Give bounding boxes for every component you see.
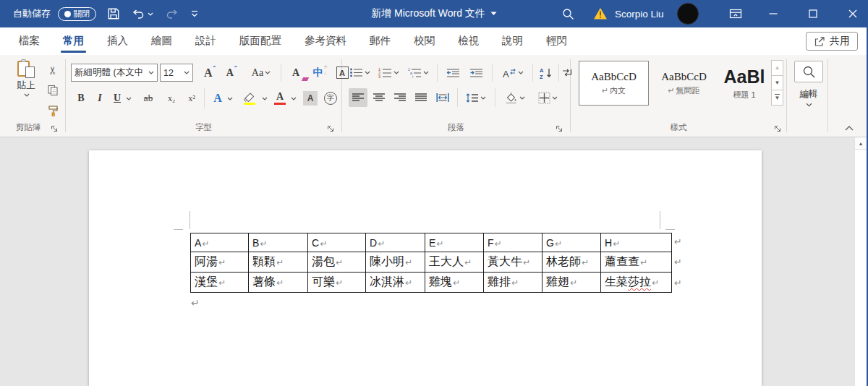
table-cell[interactable]: 生菜莎拉↵ bbox=[601, 273, 672, 293]
table-cell[interactable]: 蕭查查↵ bbox=[601, 252, 672, 273]
sort-button[interactable]: AZ bbox=[535, 64, 557, 82]
increase-indent-button[interactable] bbox=[466, 64, 486, 82]
styles-scroll-up-button[interactable]: ▲ bbox=[771, 60, 783, 76]
table-header-cell[interactable]: C↵ bbox=[308, 233, 366, 252]
undo-dropdown-icon[interactable] bbox=[148, 12, 153, 16]
paste-dropdown-icon[interactable] bbox=[24, 93, 30, 97]
table-cell[interactable]: 阿湯↵ bbox=[191, 252, 249, 273]
table-cell[interactable]: 湯包↵ bbox=[308, 252, 366, 273]
format-painter-button[interactable] bbox=[43, 101, 62, 120]
asian-layout-button[interactable]: A bbox=[498, 64, 528, 82]
title-dropdown-icon[interactable] bbox=[490, 12, 497, 16]
close-button[interactable] bbox=[841, 0, 865, 27]
table-header-cell[interactable]: H↵ bbox=[601, 233, 672, 252]
tab-home[interactable]: 常用 bbox=[51, 27, 95, 55]
table-cell[interactable]: 顆顆↵ bbox=[249, 252, 308, 273]
style-card-內文[interactable]: AaBbCcD↵內文 bbox=[579, 61, 649, 106]
tab-references[interactable]: 參考資料 bbox=[293, 27, 358, 55]
highlight-dropdown[interactable] bbox=[260, 88, 269, 108]
enclose-character-circle-button[interactable]: 字 bbox=[321, 88, 340, 108]
tab-mailings[interactable]: 郵件 bbox=[358, 27, 402, 55]
borders-button[interactable] bbox=[532, 88, 563, 107]
document-page[interactable]: A↵B↵C↵D↵E↵F↵G↵H↵阿湯↵顆顆↵湯包↵陳小明↵王大人↵黃大牛↵林老師… bbox=[89, 150, 762, 386]
tab-view[interactable]: 檢視 bbox=[446, 27, 490, 55]
undo-button[interactable] bbox=[132, 0, 153, 27]
underline-button[interactable]: U bbox=[109, 88, 125, 108]
numbering-button[interactable]: 123 bbox=[376, 64, 401, 82]
search-button[interactable] bbox=[556, 0, 580, 27]
scrollbar-up-button[interactable]: ▲ bbox=[855, 137, 867, 150]
font-size-combobox[interactable]: 12 bbox=[160, 64, 193, 82]
paragraph-dialog-launcher[interactable] bbox=[556, 125, 563, 132]
table-cell[interactable]: 林老師↵ bbox=[542, 252, 601, 273]
grow-font-button[interactable]: Aˆ bbox=[200, 64, 220, 82]
account-warning-icon[interactable] bbox=[593, 0, 608, 27]
table-header-cell[interactable]: B↵ bbox=[249, 233, 308, 252]
strikethrough-button[interactable]: ab bbox=[137, 88, 159, 108]
table-header-cell[interactable]: D↵ bbox=[366, 233, 425, 252]
doc-table[interactable]: A↵B↵C↵D↵E↵F↵G↵H↵阿湯↵顆顆↵湯包↵陳小明↵王大人↵黃大牛↵林老師… bbox=[190, 233, 672, 293]
style-card-標題 1[interactable]: AaBl標題 1 bbox=[719, 61, 770, 106]
subscript-button[interactable]: x₂ bbox=[162, 88, 181, 108]
tab-draw[interactable]: 繪圖 bbox=[140, 27, 184, 55]
table-cell[interactable]: 黃大牛↵ bbox=[484, 252, 542, 273]
font-dialog-launcher[interactable] bbox=[327, 125, 334, 132]
underline-dropdown[interactable] bbox=[124, 88, 133, 108]
tab-layout[interactable]: 版面配置 bbox=[228, 27, 293, 55]
save-button[interactable] bbox=[107, 0, 120, 27]
font-color-dropdown[interactable] bbox=[289, 88, 298, 108]
align-center-button[interactable] bbox=[370, 88, 388, 107]
collapse-ribbon-button[interactable] bbox=[845, 126, 854, 131]
table-cell[interactable]: 雞翅↵ bbox=[542, 273, 601, 293]
show-formatting-marks-button[interactable] bbox=[560, 64, 574, 82]
table-cell[interactable]: 陳小明↵ bbox=[366, 252, 425, 273]
tab-file[interactable]: 檔案 bbox=[7, 27, 51, 55]
vertical-scrollbar[interactable]: ▲ bbox=[854, 137, 867, 386]
table-header-cell[interactable]: F↵ bbox=[484, 233, 542, 252]
editing-find-button[interactable] bbox=[794, 61, 823, 82]
customize-quick-access-toolbar-button[interactable] bbox=[190, 0, 200, 27]
distribute-text-button[interactable] bbox=[433, 88, 453, 107]
justify-button[interactable] bbox=[412, 88, 430, 107]
table-header-cell[interactable]: A↵ bbox=[191, 233, 249, 252]
font-name-combobox[interactable]: 新細明體 (本文中 bbox=[71, 64, 158, 82]
clipboard-dialog-launcher[interactable] bbox=[51, 125, 58, 132]
share-button[interactable]: 共用 bbox=[806, 32, 858, 51]
table-cell[interactable]: 王大人↵ bbox=[425, 252, 484, 273]
copy-button[interactable] bbox=[43, 81, 62, 100]
align-right-button[interactable] bbox=[391, 88, 409, 107]
redo-button[interactable] bbox=[165, 0, 179, 27]
minimize-button[interactable] bbox=[761, 0, 786, 27]
change-case-button[interactable]: Aa bbox=[246, 64, 276, 82]
clear-formatting-button[interactable]: A bbox=[285, 64, 307, 82]
tab-lightpdf[interactable]: 輕閃 bbox=[535, 27, 579, 55]
maximize-button[interactable] bbox=[801, 0, 825, 27]
decrease-indent-button[interactable] bbox=[443, 64, 463, 82]
line-spacing-button[interactable] bbox=[461, 88, 490, 107]
styles-scroll-down-button[interactable]: ▼ bbox=[771, 75, 783, 91]
tab-design[interactable]: 設計 bbox=[184, 27, 228, 55]
tab-review[interactable]: 校閱 bbox=[402, 27, 446, 55]
table-cell[interactable]: 薯條↵ bbox=[249, 273, 308, 293]
editing-dropdown[interactable] bbox=[787, 103, 830, 107]
style-card-無間距[interactable]: AaBbCcD↵無間距 bbox=[652, 61, 716, 106]
styles-more-button[interactable]: ▼ bbox=[771, 90, 783, 106]
font-color-button[interactable]: A bbox=[271, 88, 289, 108]
bullets-button[interactable] bbox=[347, 64, 372, 82]
table-header-cell[interactable]: E↵ bbox=[425, 233, 484, 252]
text-effects-button[interactable]: A bbox=[208, 88, 227, 108]
tab-help[interactable]: 說明 bbox=[490, 27, 535, 55]
avatar[interactable] bbox=[677, 3, 699, 25]
table-header-cell[interactable]: G↵ bbox=[542, 233, 601, 252]
character-shading-button[interactable]: A bbox=[301, 88, 320, 108]
highlight-button[interactable] bbox=[239, 88, 260, 108]
align-left-button[interactable] bbox=[349, 88, 367, 107]
autosave-toggle[interactable]: 關閉 bbox=[58, 7, 96, 21]
table-cell[interactable]: 漢堡↵ bbox=[191, 273, 249, 293]
user-name[interactable]: Scorpio Liu bbox=[615, 0, 664, 27]
italic-button[interactable]: I bbox=[92, 88, 108, 108]
shrink-font-button[interactable]: Aˇ bbox=[221, 64, 242, 82]
table-cell[interactable]: 冰淇淋↵ bbox=[366, 273, 425, 293]
phonetic-guide-button[interactable]: 中ㄓㄥ bbox=[310, 64, 331, 82]
tab-insert[interactable]: 插入 bbox=[95, 27, 140, 55]
